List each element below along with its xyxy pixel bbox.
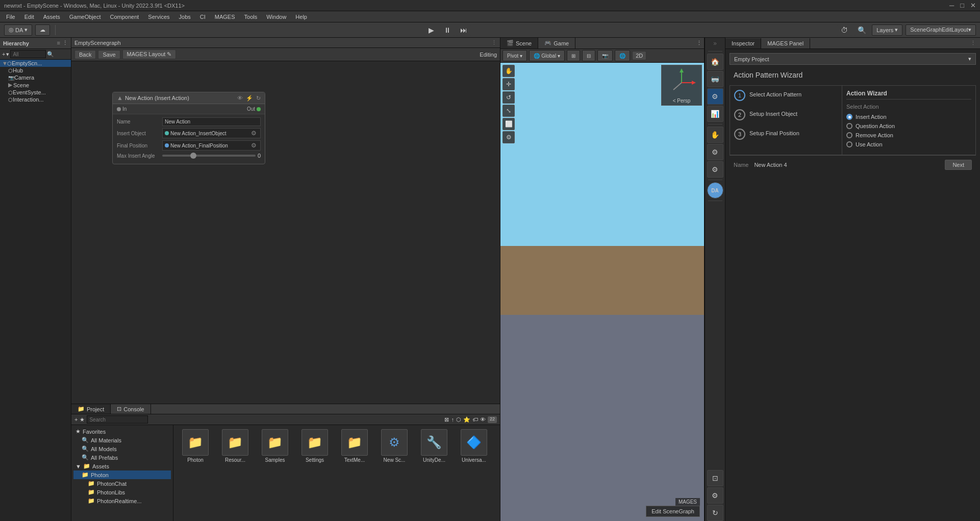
history-button[interactable]: ⏱: [837, 24, 851, 36]
close-button[interactable]: ✕: [970, 2, 976, 9]
menu-ci[interactable]: CI: [196, 13, 210, 21]
vert-tool-chart[interactable]: 📊: [707, 106, 723, 122]
assets-tool-5[interactable]: 🏷: [472, 416, 478, 423]
tab-console[interactable]: ⊡ Console: [111, 404, 150, 414]
out-port[interactable]: Out: [247, 106, 261, 112]
tab-mages-panel[interactable]: MAGES Panel: [761, 38, 810, 48]
layout-dropdown[interactable]: SceneGraphEditLayout▾: [906, 24, 976, 36]
menu-services[interactable]: Services: [144, 13, 173, 21]
hierarchy-search-input[interactable]: [10, 50, 46, 58]
hierarchy-expand-icon[interactable]: ▾: [6, 51, 9, 58]
pivot-button[interactable]: Pivot ▾: [502, 50, 527, 61]
wizard-step-3[interactable]: 3 Setup Final Position: [734, 129, 838, 140]
lightning-icon[interactable]: ⚡: [246, 95, 253, 102]
asset-resources[interactable]: 📁 Resour...: [217, 429, 253, 463]
view-button[interactable]: ⊟: [582, 50, 595, 61]
scene-tool-hand[interactable]: ✋: [502, 65, 515, 77]
menu-window[interactable]: Window: [262, 13, 290, 21]
scene-tool-move[interactable]: ✛: [502, 78, 515, 90]
asset-universa[interactable]: 🔷 Universa...: [456, 429, 492, 463]
hierarchy-item-interaction[interactable]: ⬡ Interaction...: [0, 96, 71, 103]
scene-gizmo[interactable]: < Persp: [661, 65, 702, 106]
vert-tool-avatar[interactable]: DA: [707, 182, 723, 199]
assets-search-input[interactable]: [87, 415, 148, 424]
menu-file[interactable]: File: [2, 13, 19, 21]
final-position-settings[interactable]: ⚙: [251, 142, 258, 149]
scene-tool-rect[interactable]: ⬜: [502, 118, 515, 130]
scene-tool-rotate[interactable]: ↺: [502, 91, 515, 104]
tab-game[interactable]: 🎮 Game: [538, 38, 575, 48]
asset-unityde[interactable]: 🔧 UnityDe...: [416, 429, 452, 463]
menu-assets[interactable]: Assets: [39, 13, 64, 21]
project-dropdown[interactable]: Empty Project ▾: [730, 53, 976, 65]
hierarchy-menu-icon[interactable]: ≡: [57, 40, 60, 46]
hierarchy-item-scene[interactable]: ▶ Scene: [0, 81, 71, 89]
next-button[interactable]: Next: [945, 160, 972, 170]
step-button[interactable]: ⏭: [457, 24, 471, 36]
photon-realtime-item[interactable]: 📁 PhotonRealtime...: [73, 497, 171, 505]
menu-gameobject[interactable]: GameObject: [65, 13, 105, 21]
in-port[interactable]: In: [117, 106, 127, 112]
maximize-button[interactable]: □: [960, 2, 964, 9]
asset-textme[interactable]: 📁 TextMe...: [337, 429, 372, 463]
globe-button[interactable]: 🌐: [615, 50, 630, 61]
final-position-value[interactable]: New Action_FinalPosition ⚙: [162, 140, 261, 151]
tab-inspector[interactable]: Inspector: [725, 38, 761, 48]
asset-settings[interactable]: 📁 Settings: [297, 429, 333, 463]
assets-tool-3[interactable]: ⬡: [456, 416, 461, 423]
tab-project[interactable]: 📁 Project: [71, 404, 111, 414]
photon-item[interactable]: 📁 Photon: [73, 470, 171, 479]
vert-tool-bottom-1[interactable]: ⊡: [707, 470, 723, 486]
all-models-item[interactable]: 🔍 All Models: [73, 444, 171, 453]
radio-question-action[interactable]: Question Action: [846, 123, 971, 129]
layout-button[interactable]: MAGES Layout ✎: [122, 49, 177, 59]
radio-use-action[interactable]: Use Action: [846, 141, 971, 147]
play-button[interactable]: ▶: [424, 24, 438, 36]
assets-header[interactable]: ▼ 📁 Assets: [73, 462, 171, 470]
wizard-step-2[interactable]: 2 Setup Insert Object: [734, 109, 838, 120]
wizard-step-1[interactable]: 1 Select Action Pattern: [734, 90, 838, 101]
favorites-header[interactable]: ★ Favorites: [73, 427, 171, 436]
max-insert-angle-slider[interactable]: [162, 155, 256, 157]
inspector-options[interactable]: ⋮: [966, 38, 980, 48]
assets-tool-2[interactable]: ↑: [451, 416, 454, 423]
scene-tool-transform[interactable]: ⚙: [502, 131, 515, 143]
menu-component[interactable]: Component: [106, 13, 143, 21]
all-prefabs-item[interactable]: 🔍 All Prefabs: [73, 453, 171, 462]
insert-object-settings[interactable]: ⚙: [251, 130, 258, 137]
edit-scene-graph-button[interactable]: Edit SceneGraph: [646, 506, 700, 517]
hierarchy-item-empty-scene[interactable]: ▼ ⬡ EmptyScn...: [0, 60, 71, 67]
photon-chat-item[interactable]: 📁 PhotonChat: [73, 479, 171, 488]
global-button[interactable]: 🌐 Global ▾: [529, 50, 565, 61]
menu-tools[interactable]: Tools: [240, 13, 262, 21]
visibility-icon[interactable]: 👁: [237, 95, 243, 102]
search-button[interactable]: 🔍: [855, 24, 869, 36]
all-materials-item[interactable]: 🔍 All Materials: [73, 436, 171, 444]
refresh-icon[interactable]: ↻: [256, 95, 261, 102]
radio-insert-action[interactable]: Insert Action: [846, 114, 971, 120]
hierarchy-search-icon[interactable]: 🔍: [47, 51, 54, 58]
minimize-button[interactable]: ─: [949, 2, 954, 9]
add-asset-icon[interactable]: +: [74, 416, 78, 423]
vert-tool-hand[interactable]: ✋: [707, 127, 723, 143]
layers-dropdown[interactable]: Layers ▾: [872, 24, 902, 36]
asset-photon[interactable]: 📁 Photon: [178, 429, 213, 463]
assets-eye-icon[interactable]: 👁: [480, 416, 486, 423]
tab-scene[interactable]: 🎬 Scene: [500, 38, 538, 48]
scene-tool-scale[interactable]: ⤡: [502, 105, 515, 117]
vert-tool-network[interactable]: ⚙: [707, 88, 723, 105]
back-button[interactable]: Back: [74, 50, 96, 59]
grid-button[interactable]: ⊞: [567, 50, 580, 61]
hierarchy-item-camera[interactable]: 📷 Camera: [0, 74, 71, 81]
vert-tool-settings3[interactable]: ⚙: [707, 161, 723, 178]
vert-expand-icon[interactable]: »: [713, 40, 717, 47]
account-button[interactable]: ◎ DA ▾: [4, 24, 32, 36]
cloud-button[interactable]: ☁: [35, 24, 50, 36]
vert-tool-settings2[interactable]: ⚙: [707, 144, 723, 160]
hierarchy-add-icon[interactable]: +: [2, 51, 5, 57]
assets-tool-4[interactable]: ⭐: [463, 416, 470, 423]
vert-tool-bottom-3[interactable]: ↻: [707, 505, 723, 521]
pause-button[interactable]: ⏸: [440, 24, 455, 36]
vert-tool-bottom-2[interactable]: ⚙: [707, 487, 723, 504]
asset-samples[interactable]: 📁 Samples: [257, 429, 293, 463]
